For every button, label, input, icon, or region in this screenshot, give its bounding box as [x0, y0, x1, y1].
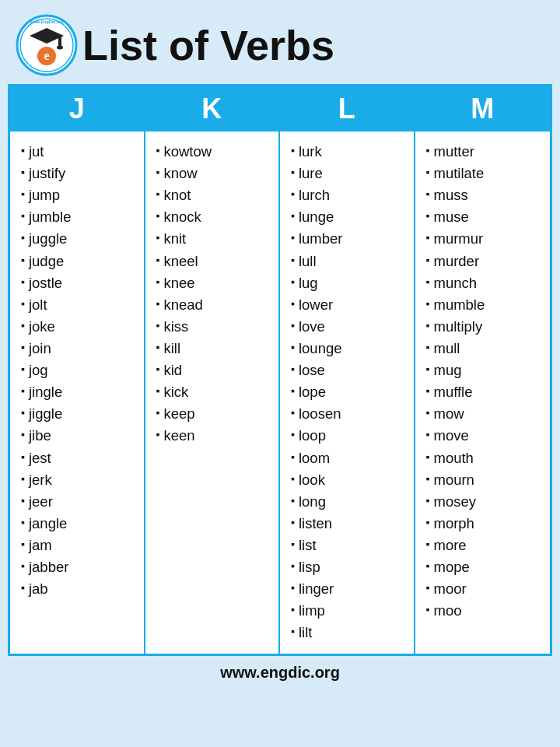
list-item: jerk: [21, 469, 136, 491]
list-item: loom: [291, 447, 406, 469]
footer-url: www.engdic.org: [220, 664, 340, 681]
col-j-list: jutjustifyjumpjumblejugglejudgejostlejol…: [21, 141, 136, 600]
col-l-list: lurklurelurchlungelumberlullluglowerlove…: [291, 141, 406, 644]
list-item: love: [291, 316, 406, 338]
list-item: lunge: [291, 206, 406, 228]
list-item: jab: [21, 578, 136, 600]
list-item: jolt: [21, 294, 136, 316]
list-item: moor: [426, 578, 543, 600]
list-item: knit: [156, 228, 271, 250]
col-m: muttermutilatemussmusemurmurmurdermunchm…: [415, 132, 551, 654]
list-item: mosey: [426, 491, 543, 513]
list-item: keen: [156, 425, 271, 447]
list-item: look: [291, 469, 406, 491]
list-item: judge: [21, 251, 136, 272]
list-item: knee: [156, 272, 271, 294]
svg-text:e: e: [44, 49, 49, 62]
list-item: munch: [426, 272, 543, 294]
list-item: joke: [21, 316, 136, 338]
list-item: lounge: [291, 338, 406, 359]
list-item: jabber: [21, 556, 136, 578]
list-item: list: [291, 535, 406, 556]
col-header-m: M: [415, 86, 551, 132]
list-item: kid: [156, 359, 271, 381]
list-item: kowtow: [156, 141, 271, 163]
list-item: lose: [291, 359, 406, 381]
list-item: lower: [291, 294, 406, 316]
svg-text:www.EngDic.org: www.EngDic.org: [29, 19, 64, 24]
list-item: muse: [426, 206, 543, 228]
list-item: lope: [291, 381, 406, 403]
page-header: e www.EngDic.org List of Verbs: [8, 8, 552, 84]
list-item: limp: [291, 600, 406, 622]
list-item: jostle: [21, 272, 136, 294]
list-item: kill: [156, 338, 271, 359]
list-item: lurk: [291, 141, 406, 163]
col-m-list: muttermutilatemussmusemurmurmurdermunchm…: [426, 141, 543, 622]
list-item: mutilate: [426, 163, 543, 184]
list-item: mug: [426, 359, 543, 381]
list-item: juggle: [21, 228, 136, 250]
list-item: jam: [21, 535, 136, 556]
col-k-list: kowtowknowknotknockknitkneelkneekneadkis…: [156, 141, 271, 447]
col-j: jutjustifyjumpjumblejugglejudgejostlejol…: [10, 132, 145, 654]
engdic-logo: e www.EngDic.org: [16, 14, 78, 76]
list-item: mull: [426, 338, 543, 359]
list-item: knock: [156, 206, 271, 228]
list-item: lug: [291, 272, 406, 294]
list-item: knead: [156, 294, 271, 316]
list-item: justify: [21, 163, 136, 184]
list-item: long: [291, 491, 406, 513]
verbs-table: J K L M jutjustifyjumpjumblejugglejudgej…: [8, 84, 552, 656]
list-item: move: [426, 425, 543, 447]
list-item: morph: [426, 513, 543, 535]
list-item: kick: [156, 381, 271, 403]
col-k: kowtowknowknotknockknitkneelkneekneadkis…: [145, 132, 281, 654]
list-item: more: [426, 535, 543, 556]
list-item: mumble: [426, 294, 543, 316]
list-item: jut: [21, 141, 136, 163]
col-header-k: K: [145, 86, 281, 132]
list-item: loosen: [291, 403, 406, 425]
list-item: lurch: [291, 184, 406, 206]
list-item: keep: [156, 403, 271, 425]
list-item: jangle: [21, 513, 136, 535]
list-item: muffle: [426, 381, 543, 403]
table-body: jutjustifyjumpjumblejugglejudgejostlejol…: [10, 132, 550, 654]
list-item: lilt: [291, 622, 406, 644]
col-l: lurklurelurchlungelumberlullluglowerlove…: [280, 132, 415, 654]
list-item: lisp: [291, 556, 406, 578]
list-item: loop: [291, 425, 406, 447]
list-item: jibe: [21, 425, 136, 447]
list-item: knot: [156, 184, 271, 206]
list-item: mow: [426, 403, 543, 425]
list-item: multiply: [426, 316, 543, 338]
svg-point-4: [57, 46, 63, 50]
list-item: jingle: [21, 381, 136, 403]
table-header-row: J K L M: [10, 86, 550, 132]
list-item: lull: [291, 251, 406, 272]
list-item: linger: [291, 578, 406, 600]
page-title: List of Verbs: [82, 24, 334, 66]
list-item: kneel: [156, 251, 271, 272]
list-item: jumble: [21, 206, 136, 228]
list-item: jiggle: [21, 403, 136, 425]
list-item: mouth: [426, 447, 543, 469]
list-item: mutter: [426, 141, 543, 163]
svg-rect-3: [58, 36, 61, 47]
col-header-l: L: [280, 86, 415, 132]
list-item: lure: [291, 163, 406, 184]
list-item: murder: [426, 251, 543, 272]
list-item: join: [21, 338, 136, 359]
list-item: jump: [21, 184, 136, 206]
list-item: jest: [21, 447, 136, 469]
list-item: lumber: [291, 228, 406, 250]
list-item: moo: [426, 600, 543, 622]
list-item: jog: [21, 359, 136, 381]
list-item: jeer: [21, 491, 136, 513]
list-item: mourn: [426, 469, 543, 491]
list-item: know: [156, 163, 271, 184]
list-item: kiss: [156, 316, 271, 338]
footer: www.engdic.org: [8, 656, 552, 686]
list-item: mope: [426, 556, 543, 578]
